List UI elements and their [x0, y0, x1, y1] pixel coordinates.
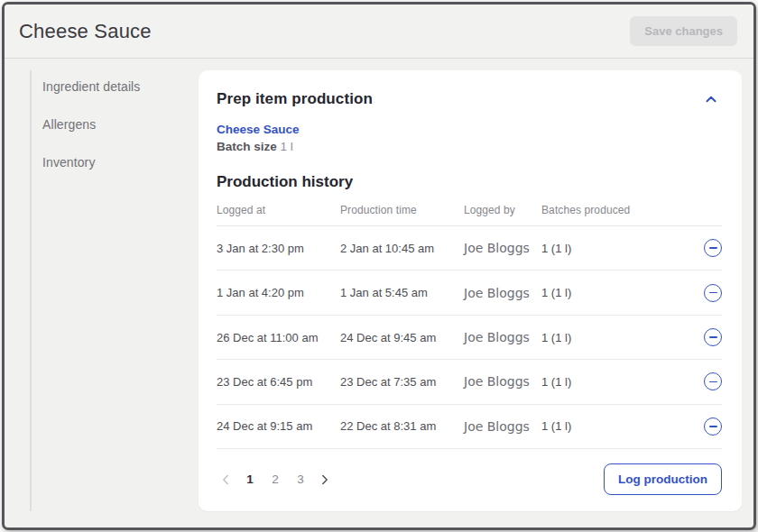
table-row: 24 Dec at 9:15 am 22 Dec at 8:31 am Joe … — [217, 405, 722, 449]
page-button-2[interactable]: 2 — [269, 471, 282, 488]
remove-log-button[interactable] — [704, 372, 722, 390]
chevron-right-icon — [321, 474, 328, 488]
cell-batches-produced: 1 (1 l) — [541, 419, 688, 433]
table-header-row: Logged at Production time Logged by Batc… — [217, 204, 722, 226]
app-window: Cheese Sauce Save changes Ingredient det… — [2, 2, 756, 530]
chevron-up-icon — [706, 92, 716, 105]
table-row: 23 Dec at 6:45 pm 23 Dec at 7:35 am Joe … — [217, 360, 722, 404]
cell-production-time: 2 Jan at 10:45 am — [340, 242, 464, 255]
batch-size-label: Batch size — [217, 140, 277, 153]
batch-size-value: 1 l — [281, 140, 293, 153]
cell-logged-at: 3 Jan at 2:30 pm — [217, 242, 340, 255]
column-header-production-time: Production time — [340, 204, 464, 216]
prep-item-link[interactable]: Cheese Sauce — [217, 123, 300, 136]
cell-batches-produced: 1 (1 l) — [541, 286, 688, 299]
remove-log-button[interactable] — [704, 239, 722, 257]
page-title: Cheese Sauce — [19, 20, 152, 43]
section-title: Prep item production — [217, 90, 373, 108]
cell-logged-by: Joe Bloggs — [464, 241, 541, 255]
cell-batches-produced: 1 (1 l) — [541, 375, 688, 389]
minus-circle-icon — [709, 292, 717, 294]
batch-size-line: Batch size 1 l — [217, 140, 722, 153]
page-content: Ingredient details Allergens Inventory P… — [5, 59, 753, 527]
page-button-1[interactable]: 1 — [244, 471, 256, 488]
remove-log-button[interactable] — [704, 328, 722, 346]
previous-page-button[interactable] — [220, 472, 231, 487]
minus-circle-icon — [709, 336, 717, 338]
remove-log-button[interactable] — [704, 417, 722, 436]
column-header-batches-produced: Batches produced — [541, 204, 688, 216]
pagination: 1 2 3 — [217, 471, 330, 488]
minus-circle-icon — [709, 381, 717, 383]
page-header: Cheese Sauce Save changes — [5, 5, 753, 59]
cell-batches-produced: 1 (1 l) — [541, 242, 688, 255]
cell-logged-by: Joe Bloggs — [464, 286, 541, 300]
cell-logged-at: 24 Dec at 9:15 am — [217, 419, 340, 433]
sidebar-item-allergens[interactable]: Allergens — [42, 117, 199, 155]
prep-item-production-card: Prep item production Cheese Sauce Batch … — [199, 70, 742, 511]
table-row: 1 Jan at 4:20 pm 1 Jan at 5:45 am Joe Bl… — [217, 271, 722, 315]
cell-production-time: 23 Dec at 7:35 am — [340, 375, 464, 389]
card-footer: 1 2 3 Log production — [217, 463, 722, 495]
sidebar-nav: Ingredient details Allergens Inventory — [30, 70, 199, 511]
table-row: 26 Dec at 11:00 am 24 Dec at 9:45 am Joe… — [217, 316, 722, 360]
cell-logged-at: 26 Dec at 11:00 am — [217, 331, 340, 344]
minus-circle-icon — [709, 247, 717, 249]
card-header: Prep item production — [217, 90, 722, 108]
next-page-button[interactable] — [319, 472, 330, 487]
save-changes-button[interactable]: Save changes — [630, 16, 737, 46]
cell-logged-by: Joe Bloggs — [464, 419, 541, 434]
cell-production-time: 1 Jan at 5:45 am — [340, 286, 464, 299]
sidebar-item-inventory[interactable]: Inventory — [42, 155, 199, 193]
sidebar-item-ingredient-details[interactable]: Ingredient details — [42, 79, 199, 117]
cell-logged-by: Joe Bloggs — [464, 330, 541, 344]
page-button-3[interactable]: 3 — [294, 471, 307, 488]
cell-batches-produced: 1 (1 l) — [541, 331, 688, 344]
minus-circle-icon — [709, 426, 717, 427]
production-history-title: Production history — [217, 173, 722, 191]
column-header-logged-at: Logged at — [217, 204, 340, 216]
remove-log-button[interactable] — [704, 284, 722, 302]
log-production-button[interactable]: Log production — [604, 463, 722, 495]
collapse-section-button[interactable] — [700, 92, 722, 106]
cell-logged-at: 23 Dec at 6:45 pm — [217, 375, 340, 389]
table-row: 3 Jan at 2:30 pm 2 Jan at 10:45 am Joe B… — [217, 226, 722, 271]
cell-logged-by: Joe Bloggs — [464, 374, 541, 389]
cell-production-time: 22 Dec at 8:31 am — [340, 419, 464, 433]
chevron-left-icon — [222, 474, 229, 488]
cell-production-time: 24 Dec at 9:45 am — [340, 331, 464, 344]
column-header-logged-by: Logged by — [464, 204, 541, 216]
cell-logged-at: 1 Jan at 4:20 pm — [217, 286, 340, 299]
